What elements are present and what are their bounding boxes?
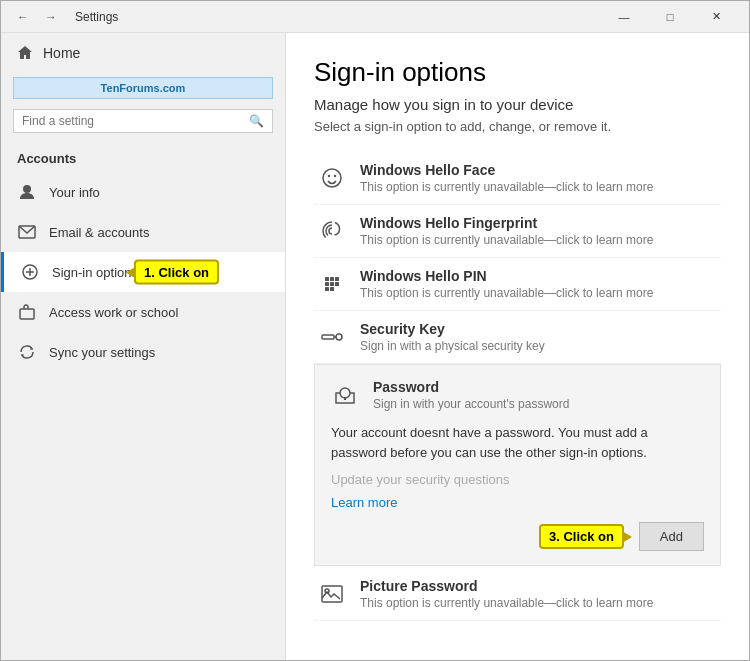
svg-rect-11 [335,277,339,281]
option-subtitle-security-key: Sign in with a physical security key [360,339,717,353]
svg-point-6 [323,169,341,187]
option-text-picture: Picture Password This option is currentl… [360,578,717,610]
sidebar-item-label-sync: Sync your settings [49,345,155,360]
sidebar-item-label-your-info: Your info [49,185,100,200]
password-header[interactable]: 2. Click on Password Sign in with your a… [331,379,704,411]
sidebar-item-email-accounts[interactable]: Email & accounts [1,212,285,252]
home-label: Home [43,45,80,61]
window-controls: — □ ✕ [601,1,739,33]
watermark: TenForums.com [13,77,273,99]
close-button[interactable]: ✕ [693,1,739,33]
title-bar-left: ← → Settings [11,5,601,29]
option-subtitle-picture: This option is currently unavailable—cli… [360,596,717,610]
svg-rect-9 [325,277,329,281]
svg-point-0 [23,185,31,193]
svg-rect-15 [325,287,329,291]
picture-icon [318,580,346,608]
option-fingerprint[interactable]: Windows Hello Fingerprint This option is… [314,205,721,258]
fingerprint-icon [318,217,346,245]
svg-rect-13 [330,282,334,286]
svg-point-18 [336,334,342,340]
home-icon [17,45,33,61]
svg-point-20 [340,388,350,398]
page-subtitle: Manage how you sign in to your device [314,96,721,113]
callout-1: 1. Click on [134,260,219,285]
option-subtitle-fingerprint: This option is currently unavailable—cli… [360,233,717,247]
main-panel: Sign-in options Manage how you sign in t… [286,33,749,660]
sidebar-item-label-work: Access work or school [49,305,178,320]
svg-point-7 [328,175,330,177]
email-icon [17,222,37,242]
option-windows-hello-face[interactable]: Windows Hello Face This option is curren… [314,152,721,205]
svg-rect-10 [330,277,334,281]
sidebar-item-your-info[interactable]: Your info [1,172,285,212]
svg-rect-16 [330,287,334,291]
password-icon: 2. Click on [331,381,359,409]
back-button[interactable]: ← [11,5,35,29]
window-content: Home TenForums.com 🔍 Accounts Your info [1,33,749,660]
nav-buttons: ← → [11,5,63,29]
option-text-pin: Windows Hello PIN This option is current… [360,268,717,300]
usb-key-icon [318,323,346,351]
option-title-face: Windows Hello Face [360,162,717,178]
face-icon [318,164,346,192]
option-title-fingerprint: Windows Hello Fingerprint [360,215,717,231]
sidebar-item-sign-in-options[interactable]: Sign-in options 1. Click on [1,252,285,292]
svg-rect-17 [322,335,334,339]
option-subtitle-face: This option is currently unavailable—cli… [360,180,717,194]
sidebar-home[interactable]: Home [1,33,285,73]
sync-icon [17,342,37,362]
sidebar-item-label-email: Email & accounts [49,225,149,240]
option-text-face: Windows Hello Face This option is curren… [360,162,717,194]
title-bar: ← → Settings — □ ✕ [1,1,749,33]
option-title-picture: Picture Password [360,578,717,594]
minimize-button[interactable]: — [601,1,647,33]
option-pin[interactable]: Windows Hello PIN This option is current… [314,258,721,311]
option-subtitle-pin: This option is currently unavailable—cli… [360,286,717,300]
option-security-key[interactable]: Security Key Sign in with a physical sec… [314,311,721,364]
password-subtitle: Sign in with your account's password [373,397,704,411]
settings-window: ← → Settings — □ ✕ Home TenForums.com 🔍 [0,0,750,661]
search-box[interactable]: 🔍 [13,109,273,133]
password-section: 2. Click on Password Sign in with your a… [314,364,721,566]
forward-button[interactable]: → [39,5,63,29]
search-icon: 🔍 [249,114,264,128]
maximize-button[interactable]: □ [647,1,693,33]
update-security: Update your security questions [331,472,704,487]
sign-in-icon [20,262,40,282]
password-title: Password [373,379,704,395]
page-description: Select a sign-in option to add, change, … [314,119,721,134]
page-title: Sign-in options [314,57,721,88]
callout-3: 3. Click on [539,524,624,549]
svg-point-8 [334,175,336,177]
briefcase-icon [17,302,37,322]
sidebar-item-sync[interactable]: Sync your settings [1,332,285,372]
password-warning-bold: Your account doesnt have a password. You… [331,425,648,440]
password-warning: Your account doesnt have a password. You… [331,423,704,462]
add-btn-row: 3. Click on Add [331,522,704,551]
pin-icon [318,270,346,298]
option-text-fingerprint: Windows Hello Fingerprint This option is… [360,215,717,247]
password-option-text: Password Sign in with your account's pas… [373,379,704,411]
option-list: Windows Hello Face This option is curren… [314,152,721,621]
svg-rect-14 [335,282,339,286]
your-info-icon [17,182,37,202]
option-text-security-key: Security Key Sign in with a physical sec… [360,321,717,353]
sidebar-item-access-work[interactable]: Access work or school [1,292,285,332]
svg-rect-12 [325,282,329,286]
window-title: Settings [75,10,118,24]
learn-more-link[interactable]: Learn more [331,495,397,510]
sidebar: Home TenForums.com 🔍 Accounts Your info [1,33,286,660]
password-warning-text: password before you can use the other si… [331,445,647,460]
option-picture-password[interactable]: Picture Password This option is currentl… [314,568,721,621]
option-title-security-key: Security Key [360,321,717,337]
search-input[interactable] [22,114,243,128]
section-title: Accounts [1,139,285,172]
add-button[interactable]: Add [639,522,704,551]
option-title-pin: Windows Hello PIN [360,268,717,284]
svg-rect-5 [20,309,34,319]
